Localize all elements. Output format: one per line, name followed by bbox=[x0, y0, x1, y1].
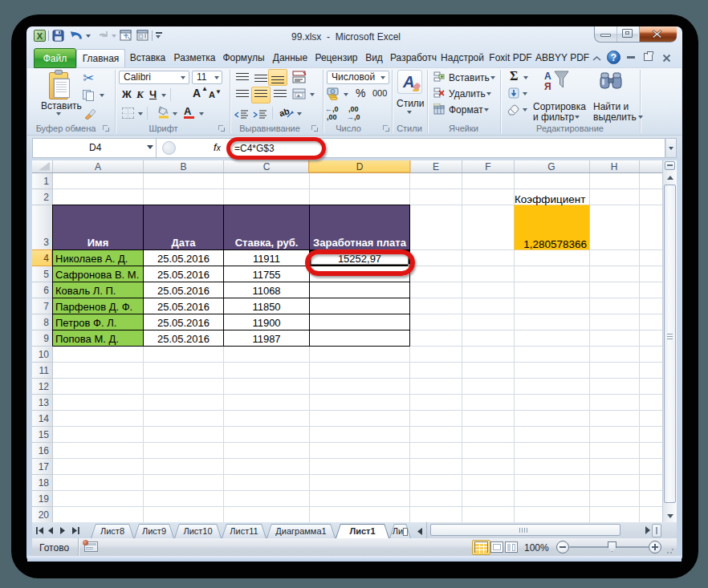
svg-text:Попова М. Д.: Попова М. Д. bbox=[55, 333, 119, 345]
svg-text:5: 5 bbox=[43, 269, 49, 280]
svg-text:11911: 11911 bbox=[253, 253, 280, 265]
svg-text:Дата: Дата bbox=[171, 237, 196, 249]
svg-text:25.05.2016: 25.05.2016 bbox=[157, 285, 210, 297]
svg-text:16: 16 bbox=[39, 445, 50, 456]
svg-text:18: 18 bbox=[39, 477, 50, 489]
svg-text:11755: 11755 bbox=[252, 269, 280, 281]
svg-text:A: A bbox=[95, 161, 101, 172]
svg-text:11068: 11068 bbox=[252, 285, 280, 297]
svg-text:Ставка, руб.: Ставка, руб. bbox=[235, 237, 299, 249]
svg-text:6: 6 bbox=[43, 285, 49, 296]
svg-text:11900: 11900 bbox=[252, 317, 280, 329]
svg-text:Имя: Имя bbox=[87, 237, 109, 249]
svg-text:9: 9 bbox=[43, 333, 49, 344]
svg-text:11: 11 bbox=[39, 365, 50, 376]
svg-text:Заработная плата: Заработная плата bbox=[313, 237, 407, 249]
svg-text:Сафронова В. М.: Сафронова В. М. bbox=[55, 269, 139, 281]
svg-text:25.05.2016: 25.05.2016 bbox=[157, 317, 210, 329]
svg-text:1: 1 bbox=[43, 176, 49, 187]
svg-text:Николаев А. Д.: Николаев А. Д. bbox=[55, 253, 128, 265]
svg-text:E: E bbox=[433, 161, 439, 172]
svg-text:А: А bbox=[402, 73, 414, 91]
svg-text:B: B bbox=[180, 161, 186, 172]
svg-text:Парфенов Д. Ф.: Парфенов Д. Ф. bbox=[55, 301, 132, 313]
svg-text:25.05.2016: 25.05.2016 bbox=[157, 333, 210, 345]
svg-text:ab: ab bbox=[279, 106, 291, 118]
svg-text:13: 13 bbox=[39, 397, 50, 408]
svg-text:25.05.2016: 25.05.2016 bbox=[157, 253, 210, 265]
svg-text:Я: Я bbox=[544, 81, 551, 91]
svg-text:C: C bbox=[263, 161, 271, 172]
svg-text:D: D bbox=[356, 161, 364, 172]
svg-text:2: 2 bbox=[43, 192, 49, 203]
svg-text:15: 15 bbox=[39, 429, 50, 440]
svg-text:20: 20 bbox=[39, 509, 50, 521]
svg-text:H: H bbox=[611, 161, 618, 172]
svg-text:F: F bbox=[485, 161, 490, 172]
svg-text:Петров Ф. Л.: Петров Ф. Л. bbox=[55, 317, 116, 329]
svg-text:17: 17 bbox=[39, 461, 50, 472]
svg-text:25.05.2016: 25.05.2016 bbox=[157, 301, 210, 313]
svg-text:G: G bbox=[547, 161, 555, 172]
svg-text:3: 3 bbox=[43, 237, 49, 248]
svg-text:Коваль Л. П.: Коваль Л. П. bbox=[55, 285, 116, 297]
svg-text:4: 4 bbox=[43, 253, 49, 264]
svg-text:8: 8 bbox=[43, 317, 49, 328]
svg-text:19: 19 bbox=[39, 493, 50, 505]
svg-text:11850: 11850 bbox=[252, 301, 280, 313]
svg-text:25.05.2016: 25.05.2016 bbox=[157, 269, 210, 281]
svg-text:А: А bbox=[544, 71, 551, 82]
svg-text:12: 12 bbox=[39, 381, 50, 392]
svg-text:1,280578366: 1,280578366 bbox=[523, 238, 587, 250]
svg-text:Коэффициент: Коэффициент bbox=[515, 193, 585, 205]
svg-text:10: 10 bbox=[39, 349, 50, 360]
svg-text:11987: 11987 bbox=[252, 333, 280, 345]
svg-text:7: 7 bbox=[43, 301, 49, 312]
svg-text:14: 14 bbox=[39, 413, 50, 424]
